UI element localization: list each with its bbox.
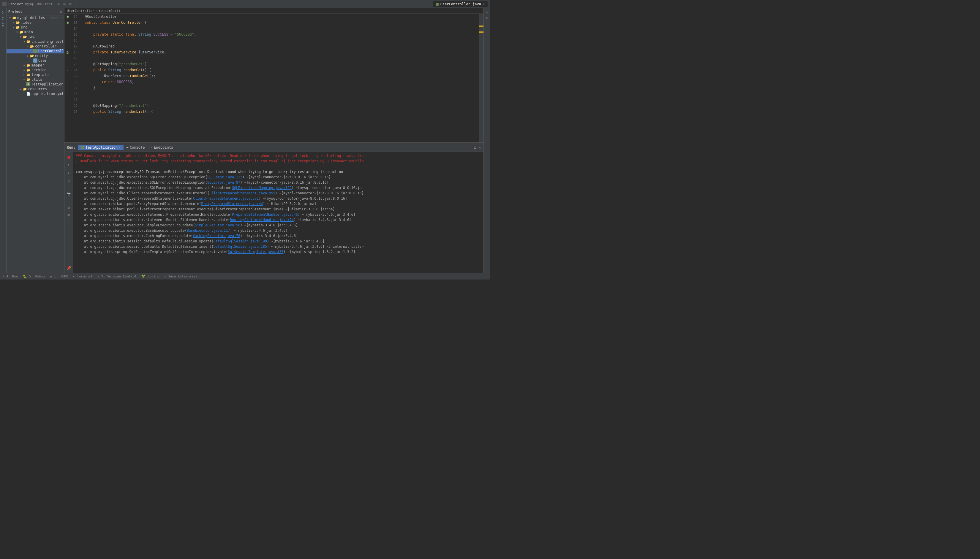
tree-item-controller-folder[interactable]: ▼ 📂 controller	[7, 44, 64, 49]
code-text-28: public String randomList() {	[85, 109, 153, 114]
tree-item-root[interactable]: ▼ 📁 mysql-ddl-test ~/Code/Java/mysql-ddl…	[7, 15, 64, 20]
code-content[interactable]: @RestController public class UserControl…	[82, 14, 479, 142]
code-line-20: @GetMapping("/randomGet")	[85, 61, 477, 67]
link-sst-433[interactable]: SqlSessionTemplate.java:433	[228, 250, 283, 254]
run-tab-testapp[interactable]: TestApplication ×	[78, 145, 124, 150]
structure-label[interactable]: Structure	[1, 11, 5, 28]
tree-arrow-src: ▼	[12, 25, 15, 29]
scroll-indicator[interactable]	[479, 14, 483, 142]
tree-label-usercontroller: UserController	[38, 49, 64, 53]
tree-item-mapper[interactable]: ▶ 📂 mapper	[7, 63, 64, 68]
link-pps-44[interactable]: ProxyPreparedStatement.java:44	[201, 202, 263, 206]
tree-arrow-resources: ▶	[19, 87, 23, 91]
tree-label-controller-folder: controller	[35, 44, 56, 48]
scroll-up-button[interactable]: ↑	[66, 162, 72, 168]
folder-icon-idea: 📂	[15, 20, 20, 25]
toolbar-icon-settings[interactable]: ⚙	[69, 2, 71, 6]
tree-arrow-controller: ▼	[26, 45, 30, 48]
status-vcs[interactable]: ↕ 9: Version Control	[98, 275, 137, 278]
toolbar-icon-minimize[interactable]: −	[75, 2, 78, 6]
run-tab-close-testapp[interactable]: ×	[119, 146, 121, 149]
tree-item-appyml[interactable]: 📄 application.yml	[7, 91, 64, 96]
fold-icon-24[interactable]: ▸	[65, 86, 70, 89]
console-output[interactable]: ### Cause: com.mysql.cj.jdbc.exceptions.…	[73, 152, 483, 273]
tree-item-usercontroller[interactable]: C UserController	[7, 49, 64, 53]
line-24: ▸ 24	[65, 85, 82, 91]
tree-item-user[interactable]: U User	[7, 58, 64, 63]
stop-button[interactable]: ■	[66, 154, 72, 160]
link-cps-372[interactable]: ClientPreparedStatement.java:372	[193, 197, 259, 200]
linenum-14: 14	[70, 27, 79, 31]
settings-button[interactable]: ⚙	[66, 204, 72, 210]
console-line-18: at org.mybatis.spring.SqlSessionTemplate…	[76, 249, 481, 255]
tree-item-testapp[interactable]: A TestApplication	[7, 82, 64, 87]
toolbar-icon-globe[interactable]: ⊕	[57, 2, 60, 6]
toolbar-icon-sync[interactable]: ⇄	[63, 2, 66, 6]
tree-arrow-user	[30, 59, 33, 62]
link-dss-update-198[interactable]: DefaultSqlSession.java:198	[214, 239, 267, 243]
link-cps-955[interactable]: ClientPreparedStatement.java:955	[209, 191, 275, 195]
line-21: ▾ 21	[65, 67, 82, 73]
status-todo[interactable]: ☰ 6: TODO	[50, 275, 68, 278]
link-dss-insert-185[interactable]: DefaultSqlSession.java:185	[214, 245, 267, 249]
link-be-117[interactable]: BaseExecutor.java:117	[187, 228, 230, 233]
tree-item-template[interactable]: ▶ 📂 template	[7, 73, 64, 77]
tree-item-idea[interactable]: ▶ 📂 .idea	[7, 20, 64, 25]
link-sqlerror-97[interactable]: SQLError.java:97	[207, 180, 240, 185]
right-icon-2[interactable]: ⚙	[486, 17, 488, 20]
tree-label-idea: .idea	[21, 20, 32, 25]
console-line-10: at com.zaxxer.hikari.pool.HikariProxyPre…	[76, 207, 481, 212]
pin-button[interactable]: 📌	[66, 265, 72, 271]
folder-icon-main: 📁	[19, 30, 24, 34]
tab-container: UserController.java ×	[433, 1, 488, 7]
status-debug[interactable]: 🐛 5: Debug	[23, 275, 45, 278]
tree-item-entity-folder[interactable]: ▶ 📂 entity	[7, 53, 64, 58]
tab-label: UserController.java	[440, 2, 481, 6]
status-spring[interactable]: 🌱 Spring	[141, 275, 159, 278]
tree-item-resources[interactable]: ▶ 📁 resources	[7, 87, 64, 91]
run-tab-endpoints[interactable]: ⚡ Endpoints	[148, 145, 176, 150]
tree-item-package[interactable]: ▼ 📂 cn.iisheng.test	[7, 39, 64, 44]
left-vertical-toolbar: Structure	[0, 8, 7, 273]
right-icon-1[interactable]: ≡	[486, 11, 488, 14]
tree-item-service[interactable]: ▶ 📂 service	[7, 68, 64, 73]
tab-usercontroller[interactable]: UserController.java ×	[433, 1, 488, 7]
status-terminal[interactable]: ▸ Terminal	[73, 275, 93, 278]
link-ce-76[interactable]: CachingExecutor.java:76	[193, 234, 240, 238]
tree-item-java[interactable]: ▼ 📂 java	[7, 35, 64, 39]
run-hide-icon[interactable]: ×	[479, 145, 481, 150]
project-label[interactable]: Project	[8, 2, 23, 6]
tree-item-src[interactable]: ▼ 📁 src	[7, 25, 64, 30]
link-psh-46[interactable]: PreparedStatementHandler.java:46	[232, 212, 298, 217]
run-tab-label-testapp: TestApplication	[86, 146, 118, 150]
tab-close-button[interactable]: ×	[483, 2, 485, 6]
tree-item-main[interactable]: ▼ 📁 main	[7, 30, 64, 35]
scroll-down-button[interactable]: ↓	[66, 169, 72, 175]
link-sqlerror-123[interactable]: SQLError.java:123	[207, 175, 242, 179]
linenum-13: 13	[70, 21, 79, 25]
code-line-12: @RestController	[85, 14, 477, 20]
link-se-50[interactable]: SimpleExecutor.java:50	[195, 223, 240, 227]
status-java[interactable]: ☕ Java Enterprise	[164, 275, 198, 278]
code-text-12: @RestController	[85, 14, 117, 20]
status-run[interactable]: ⚡ 4: Run	[2, 275, 18, 278]
run-settings-icon[interactable]: ⚙	[474, 145, 476, 150]
link-sqlexceptions-122[interactable]: SQLExceptionsMapping.java:122	[232, 186, 292, 190]
fold-icon-21[interactable]: ▾	[65, 69, 70, 71]
folder-icon-entity: 📂	[30, 54, 35, 58]
sidebar-title: Project	[8, 10, 22, 14]
camera-button[interactable]: 📷	[66, 191, 72, 197]
link-rsh-74[interactable]: RoutingStatementHandler.java:74	[230, 218, 294, 222]
code-line-28: public String randomList() {	[85, 109, 477, 114]
layout-button[interactable]: ⊞	[66, 212, 72, 218]
tree-arrow-entity: ▶	[26, 54, 30, 58]
breadcrumb-method: randomGet()	[99, 9, 120, 13]
tree-item-utils[interactable]: ▶ 📂 utils	[7, 77, 64, 82]
run-tab-console[interactable]: ▶ Console	[124, 145, 148, 150]
console-line-7: at com.mysql.cj.jdbc.ClientPreparedState…	[76, 190, 481, 196]
rerun-button[interactable]: ↺	[66, 177, 72, 183]
project-tree: ▼ 📁 mysql-ddl-test ~/Code/Java/mysql-ddl…	[7, 15, 64, 96]
sidebar-gear-icon[interactable]: ⚙	[60, 10, 62, 14]
linenum-19: 19	[70, 56, 79, 60]
endpoints-icon: ⚡	[151, 146, 153, 149]
